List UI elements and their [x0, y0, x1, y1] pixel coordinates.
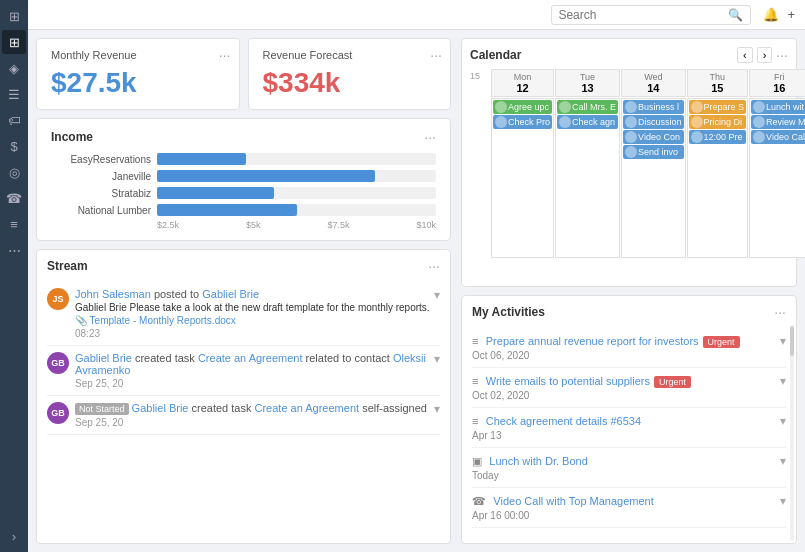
- event-avatar: [625, 146, 637, 158]
- calendar-event[interactable]: Video Cal: [751, 130, 805, 144]
- sidebar-icon-finance[interactable]: $: [2, 134, 26, 158]
- calendar-prev-btn[interactable]: ‹: [737, 47, 753, 63]
- badge-not-started: Not Started: [75, 403, 129, 415]
- stream-text: Not Started Gabliel Brie created task Cr…: [75, 402, 440, 415]
- sidebar-icon-label[interactable]: 🏷: [2, 108, 26, 132]
- cal-day-name: Wed: [624, 72, 683, 82]
- stream-expand-arrow[interactable]: ▾: [434, 288, 440, 302]
- calendar-event[interactable]: 12:00 Pre: [689, 130, 747, 144]
- stream-expand-arrow[interactable]: ▾: [434, 352, 440, 366]
- activity-date: Today: [472, 470, 772, 481]
- calendar-event[interactable]: Review M: [751, 115, 805, 129]
- event-text: Review M: [766, 117, 805, 128]
- activity-date: Oct 06, 2020: [472, 350, 772, 361]
- stream-time: Sep 25, 20: [75, 378, 440, 389]
- sidebar-icon-contacts[interactable]: ◈: [2, 56, 26, 80]
- event-text: Discussion: [638, 117, 682, 128]
- topbar-icons: 🔔 +: [763, 7, 795, 22]
- event-avatar: [559, 116, 571, 128]
- event-text: 12:00 Pre: [704, 132, 743, 143]
- stream-card: Stream ··· JS John Salesman posted to Ga…: [36, 249, 451, 544]
- plus-icon[interactable]: +: [787, 7, 795, 22]
- calendar-event[interactable]: Video Con: [623, 130, 684, 144]
- cal-filler: [470, 98, 490, 258]
- calendar-day-col: Business lDiscussionVideo ConSend invo: [621, 98, 686, 258]
- activity-expand-arrow[interactable]: ▾: [780, 414, 786, 428]
- monthly-revenue-card: Monthly Revenue $27.5k ···: [36, 38, 240, 110]
- activity-title-row: ▣ Lunch with Dr. Bond: [472, 454, 772, 468]
- activity-date: Oct 02, 2020: [472, 390, 772, 401]
- sidebar-icon-grid[interactable]: ⊞: [2, 4, 26, 28]
- search-container[interactable]: 🔍: [551, 5, 751, 25]
- sidebar: ⊞ ⊞ ◈ ☰ 🏷 $ ◎ ☎ ≡ ⋯ ›: [0, 0, 28, 552]
- event-text: Business l: [638, 102, 679, 113]
- bar-fill: [157, 204, 297, 216]
- scrollbar-track[interactable]: [790, 326, 794, 541]
- calendar-event[interactable]: Pricing Di: [689, 115, 747, 129]
- calendar-event[interactable]: Call Mrs. E: [557, 100, 618, 114]
- event-avatar: [753, 131, 765, 143]
- stream-items: JS John Salesman posted to Gabliel Brie …: [47, 282, 440, 435]
- calendar-event[interactable]: Agree upc: [493, 100, 552, 114]
- calendar-next-btn[interactable]: ›: [757, 47, 773, 63]
- activity-title[interactable]: Check agreement details #6534: [486, 415, 641, 427]
- calendar-event[interactable]: Lunch wit: [751, 100, 805, 114]
- calendar-event[interactable]: Check Pro: [493, 115, 552, 129]
- sidebar-icon-phone[interactable]: ☎: [2, 186, 26, 210]
- revenue-forecast-more[interactable]: ···: [430, 47, 442, 63]
- monthly-revenue-more[interactable]: ···: [219, 47, 231, 63]
- sidebar-icon-dashboard[interactable]: ⊞: [2, 30, 26, 54]
- activity-expand-arrow[interactable]: ▾: [780, 454, 786, 468]
- activity-title[interactable]: Video Call with Top Management: [493, 495, 653, 507]
- sidebar-icon-more[interactable]: ⋯: [2, 238, 26, 262]
- sidebar-icon-expand[interactable]: ›: [2, 524, 26, 548]
- stream-file[interactable]: 📎 Template - Monthly Reports.docx: [75, 315, 440, 326]
- search-icon[interactable]: 🔍: [728, 8, 743, 22]
- event-text: Check agn: [572, 117, 615, 128]
- activity-title[interactable]: Write emails to potential suppliers: [486, 375, 650, 387]
- activity-expand-arrow[interactable]: ▾: [780, 334, 786, 348]
- calendar-event[interactable]: Check agn: [557, 115, 618, 129]
- activity-title[interactable]: Lunch with Dr. Bond: [489, 455, 587, 467]
- topbar: 🔍 🔔 +: [28, 0, 805, 30]
- calendar-event[interactable]: Send invo: [623, 145, 684, 159]
- sidebar-icon-circle[interactable]: ◎: [2, 160, 26, 184]
- calendar-grid: 15Mon12Tue13Wed14Thu15Fri16Sat17Sun18Agr…: [470, 69, 788, 258]
- event-avatar: [495, 116, 507, 128]
- activity-expand-arrow[interactable]: ▾: [780, 494, 786, 508]
- calendar-event[interactable]: Business l: [623, 100, 684, 114]
- stream-body: Gabliel Brie Please take a look at the n…: [75, 302, 440, 313]
- bar-fill: [157, 153, 246, 165]
- activity-icon: ▣: [472, 455, 482, 467]
- stream-more[interactable]: ···: [428, 258, 440, 274]
- stream-expand-arrow[interactable]: ▾: [434, 402, 440, 416]
- event-avatar: [691, 131, 703, 143]
- bar-fill: [157, 170, 375, 182]
- income-header: Income ···: [51, 129, 436, 145]
- calendar-event[interactable]: Discussion: [623, 115, 684, 129]
- event-text: Lunch wit: [766, 102, 804, 113]
- event-text: Call Mrs. E: [572, 102, 616, 113]
- activities-card: My Activities ··· ≡ Prepare annual reven…: [461, 295, 797, 544]
- activity-icon: ≡: [472, 335, 478, 347]
- sidebar-icon-menu[interactable]: ≡: [2, 212, 26, 236]
- activity-expand-arrow[interactable]: ▾: [780, 374, 786, 388]
- monthly-revenue-value: $27.5k: [51, 67, 225, 99]
- bar-label: EasyReservations: [51, 154, 151, 165]
- stream-avatar: GB: [47, 352, 69, 374]
- event-avatar: [753, 101, 765, 113]
- calendar-more[interactable]: ···: [776, 47, 788, 63]
- activity-title[interactable]: Prepare annual revenue report for invest…: [486, 335, 699, 347]
- activities-title: My Activities: [472, 305, 545, 319]
- activities-more[interactable]: ···: [774, 304, 786, 320]
- search-input[interactable]: [558, 8, 728, 22]
- income-more[interactable]: ···: [424, 129, 436, 145]
- sidebar-icon-list[interactable]: ☰: [2, 82, 26, 106]
- calendar-card: Calendar ‹ › ··· 15Mon12Tue13Wed14Thu15F…: [461, 38, 797, 287]
- calendar-day-col: Call Mrs. ECheck agn: [555, 98, 620, 258]
- cal-day-name: Mon: [494, 72, 551, 82]
- event-avatar: [691, 116, 703, 128]
- calendar-event[interactable]: Prepare S: [689, 100, 747, 114]
- calendar-header: Calendar ‹ › ···: [470, 47, 788, 63]
- bell-icon[interactable]: 🔔: [763, 7, 779, 22]
